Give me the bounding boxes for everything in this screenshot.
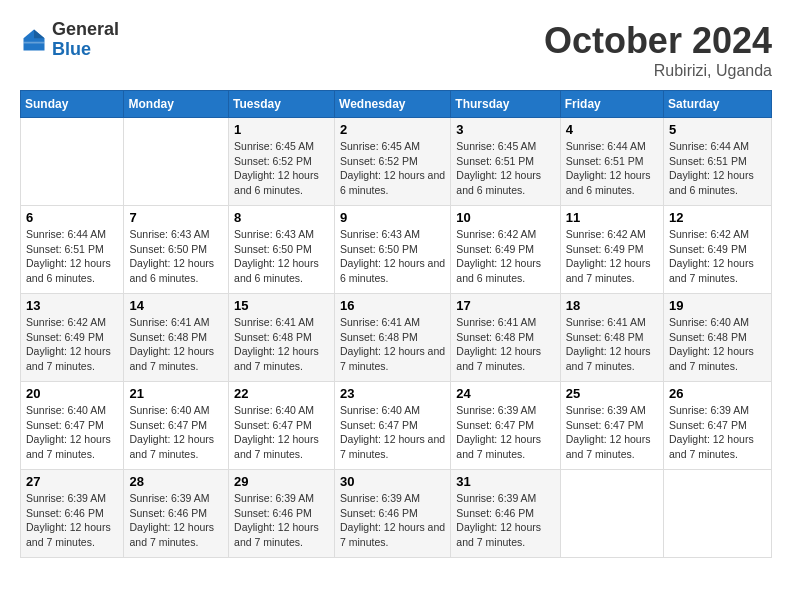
calendar-cell: 31Sunrise: 6:39 AM Sunset: 6:46 PM Dayli…	[451, 470, 560, 558]
title-block: October 2024 Rubirizi, Uganda	[544, 20, 772, 80]
calendar-cell: 6Sunrise: 6:44 AM Sunset: 6:51 PM Daylig…	[21, 206, 124, 294]
day-info: Sunrise: 6:40 AM Sunset: 6:48 PM Dayligh…	[669, 315, 766, 374]
logo-text: General Blue	[52, 20, 119, 60]
calendar-cell: 21Sunrise: 6:40 AM Sunset: 6:47 PM Dayli…	[124, 382, 229, 470]
day-info: Sunrise: 6:40 AM Sunset: 6:47 PM Dayligh…	[234, 403, 329, 462]
day-number: 17	[456, 298, 554, 313]
day-number: 5	[669, 122, 766, 137]
calendar-cell: 27Sunrise: 6:39 AM Sunset: 6:46 PM Dayli…	[21, 470, 124, 558]
day-number: 24	[456, 386, 554, 401]
calendar-cell: 20Sunrise: 6:40 AM Sunset: 6:47 PM Dayli…	[21, 382, 124, 470]
day-info: Sunrise: 6:40 AM Sunset: 6:47 PM Dayligh…	[26, 403, 118, 462]
day-info: Sunrise: 6:42 AM Sunset: 6:49 PM Dayligh…	[566, 227, 658, 286]
week-row: 13Sunrise: 6:42 AM Sunset: 6:49 PM Dayli…	[21, 294, 772, 382]
day-number: 15	[234, 298, 329, 313]
calendar-cell: 2Sunrise: 6:45 AM Sunset: 6:52 PM Daylig…	[335, 118, 451, 206]
calendar-cell: 7Sunrise: 6:43 AM Sunset: 6:50 PM Daylig…	[124, 206, 229, 294]
day-number: 22	[234, 386, 329, 401]
calendar-cell: 12Sunrise: 6:42 AM Sunset: 6:49 PM Dayli…	[664, 206, 772, 294]
location: Rubirizi, Uganda	[544, 62, 772, 80]
calendar-cell: 18Sunrise: 6:41 AM Sunset: 6:48 PM Dayli…	[560, 294, 663, 382]
column-header-wednesday: Wednesday	[335, 91, 451, 118]
svg-rect-2	[24, 42, 45, 44]
week-row: 20Sunrise: 6:40 AM Sunset: 6:47 PM Dayli…	[21, 382, 772, 470]
calendar-cell: 4Sunrise: 6:44 AM Sunset: 6:51 PM Daylig…	[560, 118, 663, 206]
day-number: 9	[340, 210, 445, 225]
calendar-cell: 13Sunrise: 6:42 AM Sunset: 6:49 PM Dayli…	[21, 294, 124, 382]
logo-icon	[20, 26, 48, 54]
calendar-cell: 8Sunrise: 6:43 AM Sunset: 6:50 PM Daylig…	[229, 206, 335, 294]
day-info: Sunrise: 6:40 AM Sunset: 6:47 PM Dayligh…	[129, 403, 223, 462]
column-header-tuesday: Tuesday	[229, 91, 335, 118]
calendar-cell: 29Sunrise: 6:39 AM Sunset: 6:46 PM Dayli…	[229, 470, 335, 558]
calendar-cell	[664, 470, 772, 558]
calendar-cell	[560, 470, 663, 558]
day-info: Sunrise: 6:41 AM Sunset: 6:48 PM Dayligh…	[340, 315, 445, 374]
day-info: Sunrise: 6:39 AM Sunset: 6:47 PM Dayligh…	[669, 403, 766, 462]
day-number: 12	[669, 210, 766, 225]
header-row: SundayMondayTuesdayWednesdayThursdayFrid…	[21, 91, 772, 118]
day-info: Sunrise: 6:41 AM Sunset: 6:48 PM Dayligh…	[129, 315, 223, 374]
calendar-cell: 5Sunrise: 6:44 AM Sunset: 6:51 PM Daylig…	[664, 118, 772, 206]
day-number: 11	[566, 210, 658, 225]
day-info: Sunrise: 6:39 AM Sunset: 6:46 PM Dayligh…	[456, 491, 554, 550]
calendar-cell: 17Sunrise: 6:41 AM Sunset: 6:48 PM Dayli…	[451, 294, 560, 382]
calendar-cell: 26Sunrise: 6:39 AM Sunset: 6:47 PM Dayli…	[664, 382, 772, 470]
day-info: Sunrise: 6:43 AM Sunset: 6:50 PM Dayligh…	[129, 227, 223, 286]
day-info: Sunrise: 6:42 AM Sunset: 6:49 PM Dayligh…	[669, 227, 766, 286]
calendar-cell: 1Sunrise: 6:45 AM Sunset: 6:52 PM Daylig…	[229, 118, 335, 206]
day-number: 19	[669, 298, 766, 313]
day-number: 7	[129, 210, 223, 225]
day-number: 2	[340, 122, 445, 137]
day-number: 26	[669, 386, 766, 401]
day-number: 1	[234, 122, 329, 137]
day-number: 10	[456, 210, 554, 225]
calendar-cell: 10Sunrise: 6:42 AM Sunset: 6:49 PM Dayli…	[451, 206, 560, 294]
day-info: Sunrise: 6:40 AM Sunset: 6:47 PM Dayligh…	[340, 403, 445, 462]
day-number: 23	[340, 386, 445, 401]
column-header-thursday: Thursday	[451, 91, 560, 118]
column-header-friday: Friday	[560, 91, 663, 118]
day-info: Sunrise: 6:44 AM Sunset: 6:51 PM Dayligh…	[26, 227, 118, 286]
day-info: Sunrise: 6:41 AM Sunset: 6:48 PM Dayligh…	[566, 315, 658, 374]
calendar-cell: 16Sunrise: 6:41 AM Sunset: 6:48 PM Dayli…	[335, 294, 451, 382]
day-number: 29	[234, 474, 329, 489]
week-row: 6Sunrise: 6:44 AM Sunset: 6:51 PM Daylig…	[21, 206, 772, 294]
week-row: 1Sunrise: 6:45 AM Sunset: 6:52 PM Daylig…	[21, 118, 772, 206]
day-info: Sunrise: 6:41 AM Sunset: 6:48 PM Dayligh…	[234, 315, 329, 374]
day-info: Sunrise: 6:43 AM Sunset: 6:50 PM Dayligh…	[234, 227, 329, 286]
day-info: Sunrise: 6:42 AM Sunset: 6:49 PM Dayligh…	[456, 227, 554, 286]
day-info: Sunrise: 6:41 AM Sunset: 6:48 PM Dayligh…	[456, 315, 554, 374]
day-info: Sunrise: 6:39 AM Sunset: 6:46 PM Dayligh…	[340, 491, 445, 550]
month-title: October 2024	[544, 20, 772, 62]
calendar-table: SundayMondayTuesdayWednesdayThursdayFrid…	[20, 90, 772, 558]
day-number: 3	[456, 122, 554, 137]
day-info: Sunrise: 6:39 AM Sunset: 6:46 PM Dayligh…	[234, 491, 329, 550]
calendar-cell: 11Sunrise: 6:42 AM Sunset: 6:49 PM Dayli…	[560, 206, 663, 294]
calendar-cell: 23Sunrise: 6:40 AM Sunset: 6:47 PM Dayli…	[335, 382, 451, 470]
day-number: 31	[456, 474, 554, 489]
logo: General Blue	[20, 20, 119, 60]
day-number: 4	[566, 122, 658, 137]
day-number: 30	[340, 474, 445, 489]
day-number: 21	[129, 386, 223, 401]
day-info: Sunrise: 6:42 AM Sunset: 6:49 PM Dayligh…	[26, 315, 118, 374]
day-number: 18	[566, 298, 658, 313]
calendar-cell: 24Sunrise: 6:39 AM Sunset: 6:47 PM Dayli…	[451, 382, 560, 470]
day-number: 13	[26, 298, 118, 313]
column-header-sunday: Sunday	[21, 91, 124, 118]
day-info: Sunrise: 6:39 AM Sunset: 6:46 PM Dayligh…	[26, 491, 118, 550]
calendar-cell: 30Sunrise: 6:39 AM Sunset: 6:46 PM Dayli…	[335, 470, 451, 558]
day-info: Sunrise: 6:39 AM Sunset: 6:47 PM Dayligh…	[456, 403, 554, 462]
calendar-cell	[124, 118, 229, 206]
day-info: Sunrise: 6:44 AM Sunset: 6:51 PM Dayligh…	[669, 139, 766, 198]
week-row: 27Sunrise: 6:39 AM Sunset: 6:46 PM Dayli…	[21, 470, 772, 558]
calendar-cell: 14Sunrise: 6:41 AM Sunset: 6:48 PM Dayli…	[124, 294, 229, 382]
calendar-cell: 19Sunrise: 6:40 AM Sunset: 6:48 PM Dayli…	[664, 294, 772, 382]
day-number: 6	[26, 210, 118, 225]
day-info: Sunrise: 6:45 AM Sunset: 6:52 PM Dayligh…	[234, 139, 329, 198]
calendar-cell: 9Sunrise: 6:43 AM Sunset: 6:50 PM Daylig…	[335, 206, 451, 294]
day-info: Sunrise: 6:39 AM Sunset: 6:46 PM Dayligh…	[129, 491, 223, 550]
calendar-cell: 15Sunrise: 6:41 AM Sunset: 6:48 PM Dayli…	[229, 294, 335, 382]
day-number: 8	[234, 210, 329, 225]
